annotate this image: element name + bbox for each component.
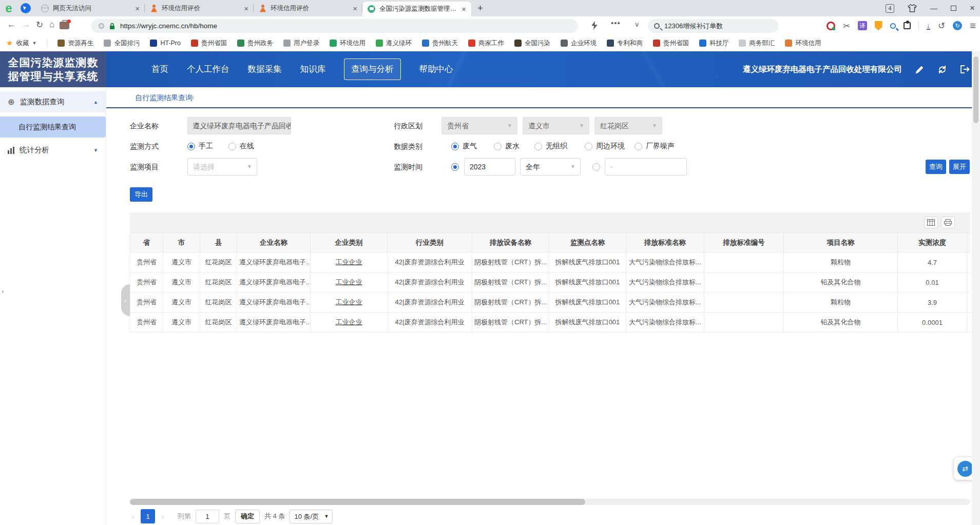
nav-data-collect[interactable]: 数据采集 bbox=[248, 64, 282, 75]
current-page-button[interactable]: 1 bbox=[141, 509, 155, 523]
bookmark-item[interactable]: 商务部汇 bbox=[739, 39, 775, 48]
bookmark-item[interactable]: 用户登录 bbox=[283, 39, 319, 48]
sidebar-group-monitoring-query[interactable]: ⊕ 监测数据查询 ▲ bbox=[0, 91, 106, 112]
browser-tab-1[interactable]: 网页无法访问 × bbox=[36, 0, 145, 16]
table-row[interactable]: 贵州省 遵义市 红花岗区 遵义绿环废弃电器电子... 工业企业 42|废弃资源综… bbox=[130, 252, 971, 273]
vertical-scrollbar[interactable] bbox=[972, 51, 980, 525]
browser-tab-active[interactable]: 全国污染源监测数据管理与共... × bbox=[362, 2, 471, 16]
bookmark-item[interactable]: 贵州政务 bbox=[237, 39, 273, 48]
sync-icon[interactable]: ↻ bbox=[953, 21, 962, 30]
cell-company-type-link[interactable]: 工业企业 bbox=[311, 313, 388, 333]
minimize-button[interactable]: — bbox=[930, 4, 937, 12]
nav-help[interactable]: 帮助中心 bbox=[419, 64, 453, 75]
theme-shirt-icon[interactable] bbox=[908, 4, 917, 12]
extensions-puzzle-icon[interactable] bbox=[904, 22, 911, 29]
nav-home[interactable]: 首页 bbox=[151, 64, 168, 75]
new-tab-button[interactable]: + bbox=[477, 3, 483, 14]
bookmark-item[interactable]: 贵州航天 bbox=[422, 39, 458, 48]
bookmark-item[interactable]: 企业环境 bbox=[561, 39, 597, 48]
date-range-input[interactable]: - bbox=[605, 158, 687, 176]
nav-query-analysis[interactable]: 查询与分析 bbox=[344, 59, 401, 80]
bookmark-item[interactable]: 全国排污 bbox=[104, 39, 140, 48]
bookmark-item[interactable]: 全国污染 bbox=[514, 39, 550, 48]
close-button[interactable]: × bbox=[970, 3, 975, 13]
category-surrounding-radio[interactable]: 周边环境 bbox=[585, 138, 625, 155]
time-year-radio[interactable] bbox=[451, 158, 459, 176]
bookmark-item[interactable]: 贵州省国 bbox=[653, 39, 689, 48]
tab-close-icon[interactable]: × bbox=[135, 5, 140, 12]
column-settings-button[interactable] bbox=[924, 217, 938, 228]
time-range-radio[interactable] bbox=[592, 158, 600, 176]
bookmark-item[interactable]: 遵义绿环 bbox=[376, 39, 412, 48]
tab-close-icon[interactable]: × bbox=[244, 5, 248, 12]
district-select[interactable]: 红花岗区▼ bbox=[594, 117, 662, 134]
shield-extension-icon[interactable] bbox=[875, 21, 882, 30]
export-button[interactable]: 导出 bbox=[130, 187, 152, 202]
next-page-icon[interactable]: › bbox=[160, 512, 166, 521]
nav-workbench[interactable]: 个人工作台 bbox=[187, 64, 229, 75]
browser-logo-icon[interactable]: e bbox=[0, 1, 17, 15]
monitor-item-select[interactable]: 请选择▼ bbox=[187, 158, 257, 176]
bookmark-item[interactable]: 贵州省国 bbox=[191, 39, 227, 48]
bookmarks-root[interactable]: ★ 收藏 ▼ bbox=[6, 38, 36, 48]
category-boundary-noise-radio[interactable]: 厂界噪声 bbox=[635, 138, 675, 155]
cell-company-type-link[interactable]: 工业企业 bbox=[311, 293, 388, 313]
favorites-briefcase-icon[interactable] bbox=[60, 22, 69, 29]
horizontal-scrollbar-thumb[interactable] bbox=[130, 499, 585, 505]
left-edge-expand-icon[interactable]: › bbox=[2, 287, 4, 295]
method-online-radio[interactable]: 在线 bbox=[228, 138, 254, 155]
url-text[interactable]: https://wryjc.cnemc.cn/hb/home bbox=[120, 22, 217, 30]
bookmark-item[interactable]: 专利和商 bbox=[607, 39, 643, 48]
confirm-button[interactable]: 确定 bbox=[235, 510, 260, 523]
cell-company-type-link[interactable]: 工业企业 bbox=[311, 252, 388, 273]
browser-tab-3[interactable]: 环境信用评价 × bbox=[254, 0, 362, 16]
site-info-icon[interactable] bbox=[99, 23, 104, 29]
company-input[interactable]: 遵义绿环废弃电器电子产品回收处理有限公司 bbox=[187, 117, 291, 134]
category-waste-water-radio[interactable]: 废水 bbox=[494, 138, 520, 155]
refresh-icon[interactable] bbox=[937, 65, 947, 74]
horizontal-scrollbar[interactable] bbox=[130, 499, 970, 505]
print-button[interactable] bbox=[941, 217, 955, 228]
page-tab-close-icon[interactable]: ✕ bbox=[189, 94, 195, 102]
12306-extension-icon[interactable] bbox=[827, 22, 835, 30]
vertical-scrollbar-thumb[interactable] bbox=[973, 56, 978, 123]
url-bar[interactable]: https://wryjc.cnemc.cn/hb/home bbox=[91, 19, 578, 33]
edit-pencil-icon[interactable] bbox=[915, 65, 924, 74]
table-row[interactable]: 贵州省 遵义市 红花岗区 遵义绿环废弃电器电子... 工业企业 42|废弃资源综… bbox=[130, 313, 971, 333]
period-select[interactable]: 全年▼ bbox=[520, 158, 581, 176]
downloads-icon[interactable]: ↓ bbox=[927, 22, 931, 30]
category-waste-gas-radio[interactable]: 废气 bbox=[451, 138, 477, 155]
logout-icon[interactable] bbox=[960, 65, 970, 73]
province-select[interactable]: 贵州省▼ bbox=[441, 117, 517, 134]
prev-page-icon[interactable]: ‹ bbox=[130, 512, 136, 521]
table-row[interactable]: 贵州省 遵义市 红花岗区 遵义绿环废弃电器电子... 工业企业 42|废弃资源综… bbox=[130, 293, 971, 313]
history-undo-icon[interactable]: ↺ bbox=[938, 21, 945, 31]
back-icon[interactable]: ← bbox=[7, 20, 16, 30]
browser-tab-2[interactable]: 环境信用评价 × bbox=[145, 0, 254, 16]
bookmark-item[interactable]: 科技厅 bbox=[699, 39, 729, 48]
zoom-extension-icon[interactable] bbox=[890, 23, 896, 29]
year-input[interactable]: 2023 bbox=[464, 158, 515, 176]
tab-close-icon[interactable]: × bbox=[462, 5, 466, 13]
tab-close-icon[interactable]: × bbox=[353, 5, 357, 12]
method-manual-radio[interactable]: 手工 bbox=[187, 138, 213, 155]
category-unorganized-radio[interactable]: 无组织 bbox=[534, 138, 567, 155]
search-button[interactable]: 查询 bbox=[926, 160, 946, 174]
browser-menu-icon[interactable]: ≡ bbox=[970, 20, 976, 32]
more-options-icon[interactable]: ••• bbox=[611, 18, 621, 27]
maximize-button[interactable] bbox=[951, 6, 956, 11]
table-row[interactable]: 贵州省 遵义市 红花岗区 遵义绿环废弃电器电子... 工业企业 42|废弃资源综… bbox=[130, 273, 971, 293]
forward-icon[interactable]: → bbox=[22, 20, 30, 30]
cell-company-type-link[interactable]: 工业企业 bbox=[311, 273, 388, 293]
translate-icon[interactable]: 译 bbox=[858, 21, 867, 30]
bookmark-item[interactable]: 环境信用 bbox=[330, 39, 366, 48]
expand-button[interactable]: 展开 bbox=[949, 160, 970, 174]
lightning-icon[interactable] bbox=[591, 21, 598, 30]
goto-page-input[interactable]: 1 bbox=[196, 510, 219, 523]
sidebar-item-self-monitoring-results[interactable]: 自行监测结果查询 bbox=[0, 116, 106, 138]
reload-icon[interactable]: ↻ bbox=[36, 20, 43, 30]
tab-count-badge[interactable]: 4 bbox=[886, 4, 894, 13]
screenshot-scissors-icon[interactable]: ✂ bbox=[843, 21, 850, 31]
city-select[interactable]: 遵义市▼ bbox=[523, 117, 589, 134]
chevron-down-icon[interactable]: ∨ bbox=[635, 21, 640, 28]
